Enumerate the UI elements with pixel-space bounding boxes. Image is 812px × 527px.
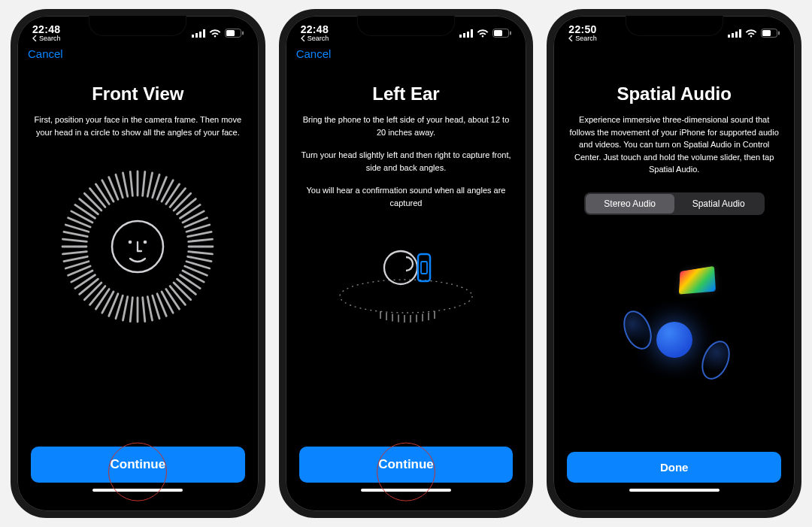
back-label: Search [575, 35, 597, 42]
back-to-search[interactable]: Search [301, 35, 329, 42]
page-title: Spatial Audio [617, 83, 731, 104]
segment-spatial[interactable]: Spatial Audio [674, 194, 763, 214]
continue-button[interactable]: Continue [31, 447, 245, 483]
faceid-ring-illustration [55, 164, 220, 329]
display-icon [679, 265, 716, 294]
battery-icon [225, 29, 244, 38]
phone-left-ear: 22:48 Search Cancel Left Ear Bring the p… [279, 9, 534, 518]
svg-point-72 [129, 241, 132, 244]
back-to-search[interactable]: Search [568, 35, 597, 42]
home-indicator[interactable] [92, 489, 183, 492]
cancel-button[interactable]: Cancel [296, 47, 332, 60]
back-label: Search [308, 35, 329, 42]
svg-line-57 [148, 173, 153, 196]
notch [89, 16, 186, 35]
svg-rect-3 [203, 29, 205, 38]
content-area: Left Ear Bring the phone to the left sid… [286, 65, 527, 447]
svg-line-29 [96, 289, 110, 310]
phone-spatial-audio: 22:50 Search Spatial Audio Experience im… [547, 9, 801, 518]
segment-stereo[interactable]: Stereo Audio [586, 194, 674, 214]
svg-line-64 [177, 199, 196, 214]
back-label: Search [39, 35, 61, 42]
svg-line-70 [189, 239, 213, 241]
svg-line-49 [96, 184, 110, 204]
svg-line-9 [188, 256, 211, 261]
page-description: Experience immersive three-dimensional s… [569, 114, 780, 176]
chevron-left-icon [301, 35, 306, 41]
svg-rect-96 [421, 262, 427, 274]
svg-rect-102 [762, 30, 771, 36]
notch [358, 16, 454, 35]
svg-line-14 [177, 279, 196, 294]
battery-icon [492, 29, 511, 38]
svg-rect-6 [242, 32, 244, 35]
svg-rect-2 [199, 32, 201, 38]
cellular-icon [192, 29, 205, 38]
svg-line-45 [75, 204, 95, 218]
svg-line-31 [85, 283, 102, 300]
content-area: Spatial Audio Experience immersive three… [553, 65, 795, 452]
svg-line-17 [166, 289, 180, 310]
svg-line-16 [170, 286, 185, 305]
cancel-button[interactable]: Cancel [28, 47, 63, 60]
svg-rect-98 [732, 33, 734, 38]
svg-line-62 [170, 189, 185, 207]
speaker-right-icon [696, 336, 735, 383]
status-indicators [192, 29, 244, 38]
svg-line-47 [85, 193, 102, 210]
continue-button[interactable]: Continue [299, 447, 514, 483]
cellular-icon [459, 29, 473, 38]
svg-rect-0 [192, 35, 194, 38]
battery-icon [761, 29, 780, 38]
wifi-icon [745, 29, 757, 38]
status-indicators [459, 29, 511, 38]
spatial-audio-illustration [592, 250, 757, 400]
nav-bar: Cancel [17, 44, 259, 65]
svg-rect-97 [728, 35, 730, 38]
wifi-icon [477, 29, 489, 38]
home-indicator[interactable] [361, 489, 451, 492]
page-description-1: Bring the phone to the left side of your… [301, 114, 511, 138]
svg-rect-99 [735, 32, 738, 38]
svg-line-53 [123, 173, 128, 196]
svg-line-38 [63, 252, 87, 254]
svg-line-54 [131, 171, 133, 195]
status-time: 22:48 [32, 24, 61, 35]
content-area: Front View First, position your face in … [17, 65, 259, 447]
audio-mode-segmented[interactable]: Stereo Audio Spatial Audio [584, 192, 765, 215]
svg-rect-76 [459, 35, 462, 38]
svg-rect-77 [463, 33, 465, 38]
cellular-icon [728, 29, 741, 38]
chevron-left-icon [32, 35, 38, 41]
chevron-left-icon [568, 35, 574, 41]
svg-rect-95 [418, 254, 430, 281]
svg-line-69 [188, 232, 211, 236]
page-description-3: You will hear a confirmation sound when … [301, 184, 511, 209]
wifi-icon [209, 29, 221, 38]
svg-line-37 [64, 256, 87, 261]
svg-line-40 [63, 239, 87, 241]
speaker-left-icon [618, 306, 657, 353]
footer: Continue [17, 447, 259, 511]
phone-front-view: 22:48 Search Cancel Front View First, po… [11, 9, 265, 518]
svg-rect-103 [778, 32, 780, 35]
back-to-search[interactable]: Search [32, 35, 61, 42]
svg-line-56 [143, 171, 145, 195]
page-title: Left Ear [372, 83, 439, 104]
svg-line-21 [148, 297, 153, 320]
svg-rect-5 [226, 30, 235, 36]
notch [626, 16, 723, 35]
svg-rect-81 [494, 30, 502, 36]
nav-bar: Cancel [286, 44, 527, 65]
ear-illustration [331, 230, 481, 335]
page-description: First, position your face in the camera … [32, 114, 243, 138]
svg-line-61 [166, 184, 180, 204]
done-button[interactable]: Done [567, 452, 781, 483]
svg-point-83 [340, 280, 472, 313]
svg-line-25 [123, 297, 128, 320]
svg-line-65 [180, 204, 201, 218]
svg-line-13 [180, 275, 201, 289]
footer: Done [553, 452, 795, 511]
home-indicator[interactable] [629, 489, 720, 492]
svg-line-48 [90, 189, 105, 207]
